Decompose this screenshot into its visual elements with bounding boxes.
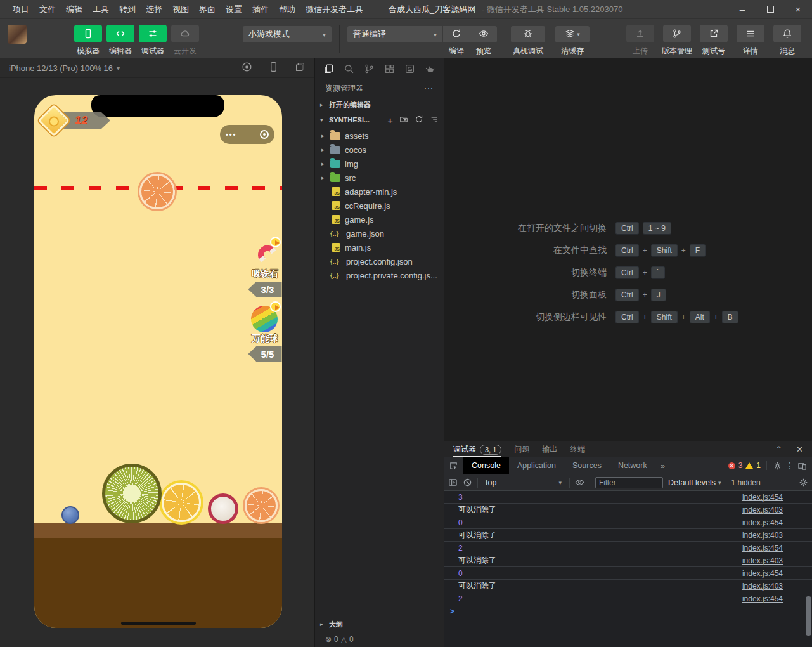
tree-item[interactable]: JSmain.js — [315, 240, 444, 254]
minimize-button[interactable]: – — [728, 0, 756, 18]
devtools-tab[interactable]: Console — [463, 457, 509, 474]
source-link[interactable]: index.js:454 — [742, 594, 783, 603]
toolbar-button[interactable]: 消息 — [773, 25, 802, 56]
devtools-tab[interactable]: Application — [509, 457, 564, 474]
menu-item[interactable]: 微信开发者工具 — [300, 4, 368, 15]
collapse-all-icon[interactable] — [430, 115, 439, 125]
menu-item[interactable]: 帮助 — [274, 4, 300, 15]
close-panel-icon[interactable]: ✕ — [796, 445, 803, 454]
compile-button[interactable]: 编译 — [443, 25, 470, 56]
chevron-up-icon[interactable]: ⌃ — [775, 445, 782, 454]
toolbar-button[interactable]: 编辑器 — [106, 25, 135, 56]
powerup-rainbow-ball[interactable]: 万能球 5/5 — [248, 304, 282, 362]
devtools-warning-count: 1 — [756, 461, 761, 470]
game-screen[interactable]: 12 ••• 吸铁石 3/3 — [34, 95, 282, 628]
menu-item[interactable]: 文件 — [34, 4, 61, 15]
device-frame-icon[interactable] — [268, 62, 279, 74]
devtools-tab[interactable]: Sources — [564, 457, 610, 474]
capsule-close-button[interactable] — [260, 130, 269, 139]
source-link[interactable]: index.js:403 — [742, 531, 783, 540]
console-prompt[interactable]: > — [444, 605, 812, 618]
gear-icon[interactable] — [773, 461, 782, 471]
open-editors-label: 打开的编辑器 — [329, 100, 371, 110]
tree-item[interactable]: JSadapter-min.js — [315, 185, 444, 199]
multi-window-icon[interactable] — [295, 62, 306, 74]
refresh-icon[interactable] — [415, 115, 423, 125]
panel-tab[interactable]: 终端 — [570, 441, 585, 457]
new-file-icon[interactable]: + — [387, 115, 393, 126]
source-link[interactable]: index.js:454 — [742, 569, 783, 578]
console-sidebar-icon[interactable] — [448, 478, 458, 487]
capsule-menu-button[interactable]: ••• — [226, 131, 237, 138]
tree-item[interactable]: JSccRequire.js — [315, 199, 444, 212]
eye-icon[interactable] — [575, 478, 584, 487]
toolbar-button[interactable]: 测试号 — [699, 25, 728, 56]
tree-item[interactable]: ▸src — [315, 171, 444, 185]
files-icon[interactable] — [323, 63, 334, 74]
filter-input[interactable] — [595, 477, 663, 488]
kebab-menu-icon[interactable]: ⋮ — [785, 461, 794, 471]
record-icon[interactable] — [242, 62, 252, 74]
device-toolbar-icon[interactable] — [797, 461, 807, 471]
source-link[interactable]: index.js:403 — [742, 556, 783, 565]
context-select[interactable]: top ▾ — [483, 478, 564, 487]
open-editors-section[interactable]: ▸ 打开的编辑器 — [315, 97, 444, 112]
tree-item[interactable]: {..}game.json — [315, 226, 444, 240]
console-settings-icon[interactable] — [799, 478, 808, 487]
source-link[interactable]: index.js:403 — [742, 506, 783, 514]
json-file-icon: {..} — [330, 258, 342, 266]
log-levels-select[interactable]: Default levels ▾ — [668, 478, 721, 487]
more-tabs[interactable]: » — [655, 461, 670, 471]
menu-item[interactable]: 选择 — [141, 4, 167, 15]
new-folder-icon[interactable] — [399, 115, 408, 125]
teapot-icon[interactable] — [425, 63, 435, 74]
snippet-icon[interactable] — [404, 63, 415, 74]
toolbar-button[interactable]: 模拟器 — [74, 25, 103, 56]
devtools-tab[interactable]: Network — [610, 457, 655, 474]
inspect-element-icon[interactable] — [444, 457, 463, 474]
maximize-button[interactable] — [756, 0, 784, 18]
panel-tab[interactable]: 输出 — [542, 441, 557, 457]
tree-item[interactable]: ▸img — [315, 157, 444, 171]
device-debug-button[interactable]: 真机调试 — [511, 25, 545, 56]
source-control-icon[interactable] — [364, 63, 375, 74]
search-icon[interactable] — [344, 63, 354, 74]
menu-item[interactable]: 工具 — [87, 4, 114, 15]
source-link[interactable]: index.js:454 — [742, 493, 783, 502]
panel-tab[interactable]: 调试器3, 1 — [453, 441, 501, 457]
toolbar-button[interactable]: 版本管理 — [662, 25, 692, 56]
toolbar-button[interactable]: 详情 — [736, 25, 765, 56]
device-select[interactable]: iPhone 12/13 (Pro) 100% 16 — [9, 63, 113, 73]
tree-item[interactable]: JSgame.js — [315, 212, 444, 226]
tree-item[interactable]: ▸cocos — [315, 143, 444, 157]
menu-item[interactable]: 项目 — [8, 4, 34, 15]
menu-item[interactable]: 插件 — [247, 4, 274, 15]
mode-select[interactable]: 小游戏模式 ▾ — [243, 26, 332, 42]
console-scrollbar[interactable] — [806, 596, 811, 636]
tree-item[interactable]: {..}project.config.json — [315, 254, 444, 268]
powerup-magnet[interactable]: 吸铁石 3/3 — [248, 240, 282, 297]
close-button[interactable]: × — [784, 0, 812, 18]
clear-cache-button[interactable]: ▾ 清缓存 — [555, 25, 590, 56]
menu-item[interactable]: 编辑 — [61, 4, 87, 15]
outline-section[interactable]: ▸ 大纲 — [315, 617, 444, 632]
source-link[interactable]: index.js:454 — [742, 518, 783, 527]
tree-item[interactable]: {..}project.private.config.js... — [315, 268, 444, 282]
panel-tab[interactable]: 问题 — [514, 441, 529, 457]
console-row: 3index.js:454 — [444, 491, 812, 504]
more-actions-icon[interactable]: ··· — [424, 84, 434, 93]
source-link[interactable]: index.js:403 — [742, 582, 783, 591]
user-avatar[interactable] — [8, 25, 27, 44]
tree-item[interactable]: ▸assets — [315, 129, 444, 143]
toolbar-button[interactable]: 调试器 — [138, 25, 167, 56]
menu-item[interactable]: 界面 — [194, 4, 221, 15]
project-section[interactable]: ▾ SYNTHESI... + — [315, 112, 444, 127]
extensions-icon[interactable] — [384, 63, 395, 74]
source-link[interactable]: index.js:454 — [742, 544, 783, 552]
preview-button[interactable]: 预览 — [470, 25, 497, 56]
menu-item[interactable]: 视图 — [167, 4, 194, 15]
menu-item[interactable]: 转到 — [114, 4, 141, 15]
clear-console-icon[interactable] — [463, 478, 472, 487]
compile-mode-select[interactable]: 普通编译 ▾ — [347, 26, 442, 42]
menu-item[interactable]: 设置 — [221, 4, 247, 15]
